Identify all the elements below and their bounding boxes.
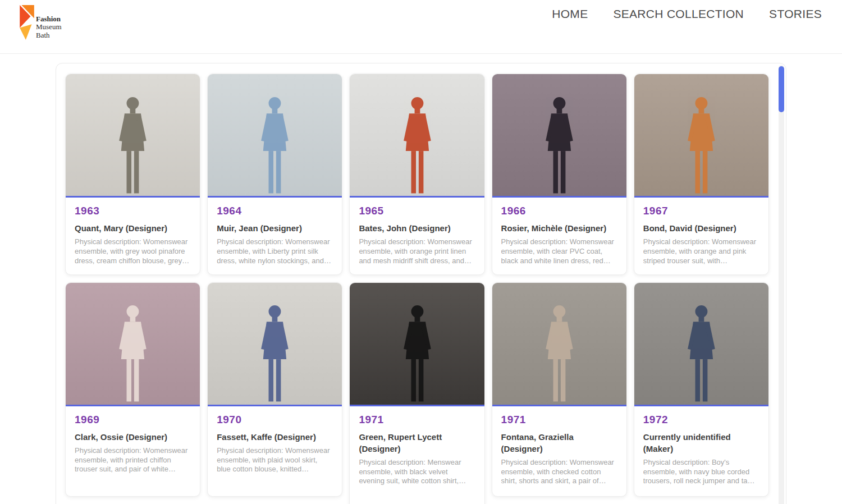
item-photo — [492, 283, 626, 406]
item-designer: Quant, Mary (Designer) — [75, 222, 191, 234]
item-photo — [208, 283, 342, 406]
nav-search-collection[interactable]: SEARCH COLLECTION — [613, 7, 744, 21]
item-description: Physical description: Womenswear ensembl… — [217, 237, 333, 266]
mannequin-silhouette-icon — [397, 302, 438, 404]
item-designer: Bond, David (Designer) — [643, 222, 759, 234]
item-year: 1971 — [501, 414, 617, 426]
item-description: Physical description: Womenswear ensembl… — [501, 458, 617, 487]
item-description: Physical description: Boy's ensemble, wi… — [643, 458, 759, 487]
mannequin-silhouette-icon — [254, 302, 295, 404]
item-photo — [634, 283, 768, 406]
logo-triangles-icon — [20, 5, 34, 40]
item-description: Physical description: Womenswear ensembl… — [501, 237, 617, 266]
collection-card[interactable]: 1967 Bond, David (Designer) Physical des… — [634, 74, 769, 275]
item-year: 1965 — [359, 205, 475, 217]
item-photo — [66, 283, 200, 406]
collection-card[interactable]: 1971 Green, Rupert Lycett (Designer) Phy… — [349, 282, 484, 504]
collection-card[interactable]: 1964 Muir, Jean (Designer) Physical desc… — [207, 74, 342, 275]
mannequin-silhouette-icon — [681, 302, 722, 404]
item-photo — [492, 74, 626, 198]
item-photo — [66, 74, 200, 198]
item-year: 1966 — [501, 205, 617, 217]
item-designer: Muir, Jean (Designer) — [217, 222, 333, 234]
item-description: Physical description: Womenswear ensembl… — [359, 237, 475, 266]
collection-card[interactable]: 1963 Quant, Mary (Designer) Physical des… — [65, 74, 200, 275]
scrollbar-track[interactable] — [779, 65, 784, 504]
collection-card[interactable]: 1972 Currently unidentified (Maker) Phys… — [634, 282, 769, 497]
mannequin-silhouette-icon — [112, 94, 153, 196]
main-nav: HOME SEARCH COLLECTION STORIES — [552, 7, 822, 21]
item-photo — [350, 283, 484, 406]
item-designer: Currently unidentified (Maker) — [643, 431, 759, 455]
item-year: 1967 — [643, 205, 759, 217]
item-designer: Fontana, Graziella (Designer) — [501, 431, 617, 455]
item-designer: Bates, John (Designer) — [359, 222, 475, 234]
mannequin-silhouette-icon — [397, 94, 438, 196]
mannequin-silhouette-icon — [112, 302, 153, 404]
item-year: 1969 — [75, 414, 191, 426]
mannequin-silhouette-icon — [254, 94, 295, 196]
mannequin-silhouette-icon — [539, 302, 580, 404]
mannequin-silhouette-icon — [681, 94, 722, 196]
logo-line-museum: Museum — [36, 23, 62, 31]
fashion-museum-logo[interactable]: Fashion Museum Bath — [20, 5, 62, 40]
nav-home[interactable]: HOME — [552, 7, 588, 21]
collection-card[interactable]: 1969 Clark, Ossie (Designer) Physical de… — [65, 282, 200, 497]
scrollbar-thumb[interactable] — [779, 66, 784, 112]
item-description: Physical description: Menswear ensemble,… — [359, 458, 475, 487]
item-description: Physical description: Womenswear ensembl… — [75, 446, 191, 475]
item-photo — [350, 74, 484, 198]
logo-wordmark: Fashion Museum Bath — [36, 15, 62, 39]
top-navigation-bar: Fashion Museum Bath HOME SEARCH COLLECTI… — [0, 0, 842, 54]
collection-card[interactable]: 1970 Fassett, Kaffe (Designer) Physical … — [207, 282, 342, 497]
item-designer: Clark, Ossie (Designer) — [75, 431, 191, 443]
item-year: 1963 — [75, 205, 191, 217]
item-designer: Green, Rupert Lycett (Designer) — [359, 431, 475, 455]
logo-line-bath: Bath — [36, 31, 62, 39]
collection-card[interactable]: 1971 Fontana, Graziella (Designer) Physi… — [492, 282, 627, 497]
item-photo — [208, 74, 342, 198]
collection-results-panel: 1963 Quant, Mary (Designer) Physical des… — [56, 63, 786, 504]
nav-stories[interactable]: STORIES — [769, 7, 822, 21]
item-year: 1972 — [643, 414, 759, 426]
mannequin-silhouette-icon — [539, 94, 580, 196]
item-description: Physical description: Womenswear ensembl… — [643, 237, 759, 266]
item-description: Physical description: Womenswear ensembl… — [217, 446, 333, 475]
logo-line-fashion: Fashion — [36, 15, 62, 23]
item-year: 1971 — [359, 414, 475, 426]
item-year: 1970 — [217, 414, 333, 426]
item-description: Physical description: Womenswear ensembl… — [75, 237, 191, 266]
collection-card[interactable]: 1966 Rosier, Michèle (Designer) Physical… — [492, 74, 627, 275]
item-photo — [634, 74, 768, 198]
collection-grid: 1963 Quant, Mary (Designer) Physical des… — [65, 74, 769, 504]
item-designer: Rosier, Michèle (Designer) — [501, 222, 617, 234]
collection-card[interactable]: 1965 Bates, John (Designer) Physical des… — [349, 74, 484, 275]
item-designer: Fassett, Kaffe (Designer) — [217, 431, 333, 443]
item-year: 1964 — [217, 205, 333, 217]
